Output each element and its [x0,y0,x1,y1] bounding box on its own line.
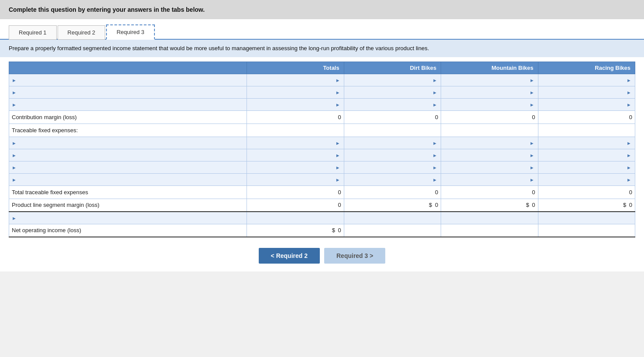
row-racing-input: ► [538,161,635,173]
row-label: ► [9,74,247,86]
input-arrow: ► [12,141,17,146]
input-arrow: ► [530,141,534,146]
input-arrow: ► [12,216,17,221]
row-mountain-input: ► [441,98,538,110]
row-mountain-input: ► [441,149,538,161]
table-header-row: Totals Dirt Bikes Mountain Bikes Racing … [9,62,635,74]
input-arrow: ► [12,78,17,83]
row-totals-input: ► [247,161,344,173]
contribution-margin-totals: 0 [247,110,344,124]
segment-margin-totals-value: 0 [338,202,341,208]
row-label: ► [9,137,247,149]
row-label: ► [9,212,247,224]
segment-margin-mountain-value: 0 [532,202,535,208]
segment-margin-label: Product line segment margin (loss) [9,199,247,212]
tab-required3[interactable]: Required 3 [106,24,155,40]
next-button[interactable]: Required 3 [324,248,385,264]
row-mountain-input: ► [441,161,538,173]
input-arrow: ► [336,90,340,95]
row-racing-input: ► [538,86,635,98]
input-arrow: ► [12,165,17,170]
next-arrow-icon [370,252,373,259]
input-arrow: ► [336,78,340,83]
table-row: ► ► ► ► ► [9,149,635,161]
table-row-contribution-margin: Contribution margin (loss) 0 0 0 0 [9,110,635,124]
input-arrow: ► [627,90,631,95]
row-racing-input: ► [538,173,635,185]
input-arrow: ► [432,90,437,95]
row-mountain-input: ► [441,86,538,98]
row-racing-input: ► [538,149,635,161]
row-label: ► [9,173,247,185]
row-dirt-input [344,212,441,224]
table-row: ► [9,212,635,224]
input-arrow: ► [12,102,17,107]
row-dirt-input: ► [344,137,441,149]
input-arrow: ► [627,141,631,146]
tabs-container: Required 1 Required 2 Required 3 [0,19,644,40]
prev-arrow-icon [271,252,276,259]
traceable-header-totals [247,124,344,137]
row-dirt-input: ► [344,149,441,161]
table-row: ► ► ► ► ► [9,86,635,98]
input-arrow: ► [432,153,437,158]
income-statement-table: Totals Dirt Bikes Mountain Bikes Racing … [9,62,635,238]
input-arrow: ► [12,153,17,158]
prev-button-label: Required 2 [276,252,308,259]
net-operating-racing [538,224,635,237]
row-totals-input: ► [247,74,344,86]
row-racing-input [538,212,635,224]
total-traceable-mountain: 0 [441,185,538,199]
net-operating-dirt [344,224,441,237]
total-traceable-totals: 0 [247,185,344,199]
row-label: ► [9,86,247,98]
input-arrow: ► [530,153,534,158]
input-arrow: ► [530,165,534,170]
contribution-margin-dirt: 0 [344,110,441,124]
input-arrow: ► [530,78,534,83]
row-totals-input: ► [247,149,344,161]
segment-margin-totals: 0 [247,199,344,212]
traceable-header-racing [538,124,635,137]
input-arrow: ► [12,90,17,95]
input-arrow: ► [336,177,340,182]
row-dirt-input: ► [344,173,441,185]
total-traceable-dirt: 0 [344,185,441,199]
input-arrow: ► [627,153,631,158]
input-arrow: ► [530,102,534,107]
next-button-label: Required 3 [336,252,368,259]
input-arrow: ► [336,102,340,107]
description-text: Prepare a properly formatted segmented i… [9,45,429,51]
input-arrow: ► [627,177,631,182]
header-label [9,62,247,74]
header-racing-bikes: Racing Bikes [538,62,635,74]
input-arrow: ► [432,177,437,182]
input-arrow: ► [432,78,437,83]
table-row: ► ► ► ► ► [9,173,635,185]
row-totals-input: ► [247,173,344,185]
nav-buttons-container: Required 2 Required 3 [0,242,644,271]
row-label: ► [9,149,247,161]
row-mountain-input: ► [441,137,538,149]
row-dirt-input: ► [344,161,441,173]
row-dirt-input: ► [344,74,441,86]
input-arrow: ► [336,141,340,146]
table-row: ► ► ► ► ► [9,74,635,86]
table-row: ► ► ► ► ► [9,161,635,173]
prev-button[interactable]: Required 2 [259,248,320,264]
tab-required2[interactable]: Required 2 [58,25,106,40]
row-totals-input: ► [247,137,344,149]
segment-margin-mountain: $ 0 [441,199,538,212]
row-mountain-input: ► [441,173,538,185]
contribution-margin-racing: 0 [538,110,635,124]
input-arrow: ► [12,177,17,182]
row-label: ► [9,98,247,110]
tab-required1[interactable]: Required 1 [9,25,57,40]
row-racing-input: ► [538,98,635,110]
total-traceable-label: Total traceable fixed expenses [9,185,247,199]
table-row-segment-margin: Product line segment margin (loss) 0 $ 0… [9,199,635,212]
header-dirt-bikes: Dirt Bikes [344,62,441,74]
row-totals-input [247,212,344,224]
row-dirt-input: ► [344,86,441,98]
contribution-margin-mountain: 0 [441,110,538,124]
